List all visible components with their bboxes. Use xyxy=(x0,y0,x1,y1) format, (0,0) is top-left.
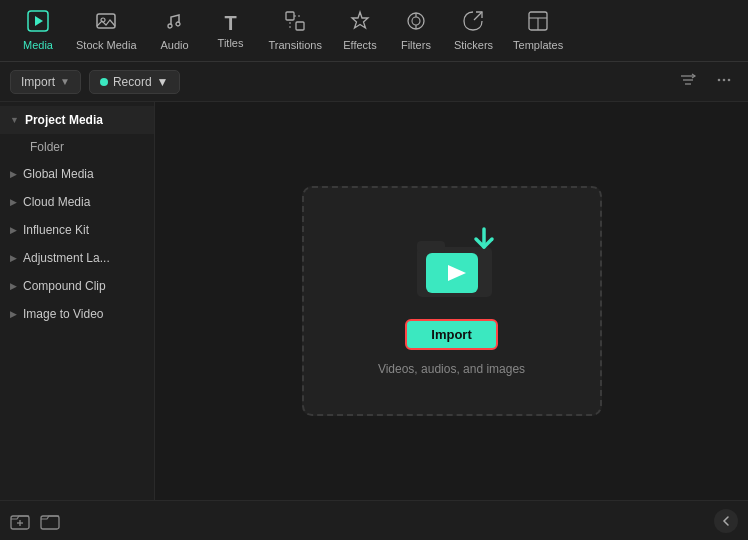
record-dot-icon xyxy=(100,78,108,86)
sidebar-item-influence-kit[interactable]: ▶ Influence Kit xyxy=(0,216,154,244)
sidebar-label-global-media: Global Media xyxy=(23,167,94,181)
nav-item-transitions[interactable]: Transitions xyxy=(259,4,332,57)
templates-icon xyxy=(527,10,549,35)
nav-item-stock-media[interactable]: Stock Media xyxy=(66,4,147,57)
sidebar-label-cloud-media: Cloud Media xyxy=(23,195,90,209)
nav-label-transitions: Transitions xyxy=(269,39,322,51)
svg-point-21 xyxy=(718,78,721,81)
sidebar-item-cloud-media[interactable]: ▶ Cloud Media xyxy=(0,188,154,216)
svg-point-11 xyxy=(412,17,420,25)
nav-item-stickers[interactable]: Stickers xyxy=(444,4,503,57)
audio-icon xyxy=(164,10,186,35)
top-nav: Media Stock Media Audio T Titles xyxy=(0,0,748,62)
nav-item-templates[interactable]: Templates xyxy=(503,4,573,57)
bottom-bar xyxy=(0,500,748,540)
svg-rect-6 xyxy=(286,12,294,20)
sidebar-label-project-media: Project Media xyxy=(25,113,103,127)
toolbar: Import ▼ Record ▼ xyxy=(0,62,748,102)
content-area: Import Videos, audios, and images xyxy=(155,102,748,500)
effects-icon xyxy=(349,10,371,35)
nav-item-filters[interactable]: Filters xyxy=(388,4,444,57)
nav-item-titles[interactable]: T Titles xyxy=(203,7,259,55)
arrow-icon-cloud-media: ▶ xyxy=(10,197,17,207)
import-label: Import xyxy=(21,75,55,89)
svg-rect-7 xyxy=(296,22,304,30)
sidebar-item-folder[interactable]: Folder xyxy=(0,134,154,160)
sidebar-item-image-to-video[interactable]: ▶ Image to Video xyxy=(0,300,154,328)
arrow-icon-influence-kit: ▶ xyxy=(10,225,17,235)
drop-zone[interactable]: Import Videos, audios, and images xyxy=(302,186,602,416)
media-icon xyxy=(27,10,49,35)
folder-svg xyxy=(412,227,502,302)
sidebar-item-global-media[interactable]: ▶ Global Media xyxy=(0,160,154,188)
collapse-sidebar-button[interactable] xyxy=(714,509,738,533)
titles-icon: T xyxy=(224,13,236,33)
filters-icon xyxy=(405,10,427,35)
nav-item-media[interactable]: Media xyxy=(10,4,66,57)
arrow-icon-compound-clip: ▶ xyxy=(10,281,17,291)
record-caret-icon: ▼ xyxy=(157,75,169,89)
folder-button[interactable] xyxy=(40,511,60,531)
svg-marker-1 xyxy=(35,16,43,26)
arrow-icon-adjustment-la: ▶ xyxy=(10,253,17,263)
sidebar-label-compound-clip: Compound Clip xyxy=(23,279,106,293)
nav-item-effects[interactable]: Effects xyxy=(332,4,388,57)
svg-point-4 xyxy=(168,24,172,28)
sidebar-label-image-to-video: Image to Video xyxy=(23,307,104,321)
svg-point-5 xyxy=(176,22,180,26)
nav-label-effects: Effects xyxy=(343,39,376,51)
nav-label-audio: Audio xyxy=(160,39,188,51)
nav-label-media: Media xyxy=(23,39,53,51)
nav-item-audio[interactable]: Audio xyxy=(147,4,203,57)
stock-media-icon xyxy=(95,10,117,35)
nav-label-stock-media: Stock Media xyxy=(76,39,137,51)
main-area: ▼ Project Media Folder ▶ Global Media ▶ … xyxy=(0,102,748,500)
drop-zone-icon xyxy=(412,227,492,307)
record-button[interactable]: Record ▼ xyxy=(89,70,180,94)
sidebar-item-adjustment-la[interactable]: ▶ Adjustment La... xyxy=(0,244,154,272)
arrow-icon-global-media: ▶ xyxy=(10,169,17,179)
arrow-icon-image-to-video: ▶ xyxy=(10,309,17,319)
svg-rect-31 xyxy=(41,516,59,529)
sidebar-item-compound-clip[interactable]: ▶ Compound Clip xyxy=(0,272,154,300)
svg-point-23 xyxy=(728,78,731,81)
filter-sort-button[interactable] xyxy=(674,69,702,95)
nav-label-templates: Templates xyxy=(513,39,563,51)
arrow-icon-project-media: ▼ xyxy=(10,115,19,125)
nav-label-stickers: Stickers xyxy=(454,39,493,51)
svg-line-14 xyxy=(474,12,482,20)
new-folder-button[interactable] xyxy=(10,511,30,531)
sidebar-label-folder: Folder xyxy=(30,140,64,154)
nav-label-titles: Titles xyxy=(218,37,244,49)
drop-zone-hint: Videos, audios, and images xyxy=(378,362,525,376)
import-main-button[interactable]: Import xyxy=(405,319,497,350)
stickers-icon xyxy=(462,10,484,35)
import-main-label: Import xyxy=(431,327,471,342)
import-button[interactable]: Import ▼ xyxy=(10,70,81,94)
sidebar-label-adjustment-la: Adjustment La... xyxy=(23,251,110,265)
record-label: Record xyxy=(113,75,152,89)
svg-point-22 xyxy=(723,78,726,81)
more-options-button[interactable] xyxy=(710,69,738,95)
transitions-icon xyxy=(284,10,306,35)
sidebar: ▼ Project Media Folder ▶ Global Media ▶ … xyxy=(0,102,155,500)
sidebar-item-project-media[interactable]: ▼ Project Media xyxy=(0,106,154,134)
nav-label-filters: Filters xyxy=(401,39,431,51)
svg-rect-2 xyxy=(97,14,115,28)
sidebar-label-influence-kit: Influence Kit xyxy=(23,223,89,237)
svg-rect-25 xyxy=(417,241,445,253)
import-caret-icon: ▼ xyxy=(60,76,70,87)
